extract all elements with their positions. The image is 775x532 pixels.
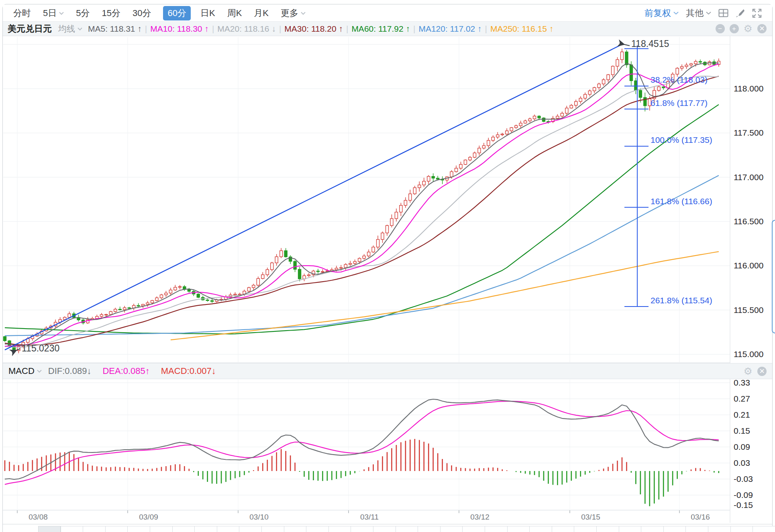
bottom-table-cell: [306, 526, 328, 532]
dif-value: DIF:0.089↓: [48, 366, 92, 376]
ma-legend-MA250[interactable]: MA250: 116.15 ↑: [490, 24, 553, 34]
close-icon[interactable]: ✕: [757, 24, 767, 33]
period-tab-5日[interactable]: 5日: [43, 6, 64, 20]
ma-line-MA20: [5, 76, 719, 347]
period-tab-月K[interactable]: 月K: [254, 6, 269, 20]
chevron-down-icon: [37, 370, 42, 373]
bottom-table-cell: [440, 526, 463, 532]
price-axis-label: 118.000: [734, 84, 763, 93]
ma-lines: [5, 63, 719, 347]
period-tab-15分[interactable]: 15分: [102, 6, 120, 20]
settings-gear-icon[interactable]: ⚙: [744, 24, 753, 34]
ma-legend-MA5[interactable]: MA5: 118.31 ↑: [88, 24, 142, 34]
date-axis-label: 03/10: [249, 513, 269, 522]
symbol-title: 美元兑日元: [8, 23, 52, 35]
date-axis-label: 03/11: [360, 513, 379, 522]
draw-brush-icon[interactable]: [736, 8, 745, 18]
bottom-table-cell: [150, 526, 172, 532]
ma-line-MA30: [5, 76, 719, 345]
bottom-table-cell: [83, 526, 105, 532]
ma-legend-MA20[interactable]: MA20: 118.16 ↓: [217, 24, 276, 34]
chevron-down-icon: [706, 11, 711, 15]
bottom-table-cell: [685, 526, 708, 532]
macd-indicator-select[interactable]: MACD: [8, 366, 42, 376]
zoom-out-icon[interactable]: −: [716, 24, 725, 33]
ma-legend-bar: 美元兑日元 均线 MA5: 118.31 ↑|MA10: 118.30 ↑|MA…: [3, 21, 772, 36]
ma-line-MA10: [5, 64, 719, 346]
macd-axis-label: -0.09: [734, 490, 753, 500]
bottom-table-cell: [105, 526, 128, 532]
date-axis-label: 03/15: [581, 513, 600, 522]
bottom-table-cell: [708, 526, 730, 532]
macd-axis-label: 0.21: [734, 410, 750, 419]
bottom-table-cell: [663, 526, 686, 532]
fib-label: 61.8% (117.77): [651, 98, 708, 108]
trendline-drawing[interactable]: [5, 45, 622, 350]
period-tab-分时[interactable]: 分时: [13, 6, 31, 20]
high-annotation: 118.4515: [631, 39, 669, 49]
ma-separator: |: [279, 24, 281, 34]
chevron-down-icon: [59, 12, 64, 15]
ma-legend-MA120[interactable]: MA120: 117.02 ↑: [418, 24, 481, 34]
fib-label: 100.0% (117.35): [651, 135, 712, 144]
macd-value: MACD:0.007↓: [161, 366, 216, 376]
bottom-table-cell: [552, 526, 574, 532]
low-annotation: 115.0230: [22, 343, 59, 353]
price-chart[interactable]: 38.2% (118.03)61.8% (117.77)100.0% (117.…: [0, 0, 775, 532]
price-axis-label: 115.000: [734, 349, 763, 359]
macd-close-icon[interactable]: ✕: [757, 367, 767, 376]
bottom-table-strip: [3, 524, 772, 532]
period-tab-30分[interactable]: 30分: [133, 6, 151, 20]
dea-line: [5, 401, 719, 484]
period-tab-更多[interactable]: 更多: [281, 6, 306, 20]
macd-axis-label: 0.27: [734, 394, 750, 403]
bottom-table-cell: [351, 526, 373, 532]
bottom-table-cell: [396, 526, 418, 532]
bottom-table-cell: [529, 526, 552, 532]
bottom-table-cell: [730, 526, 753, 532]
macd-axis-label: 0.03: [734, 458, 750, 467]
price-annotations: 118.4515115.0230: [12, 39, 669, 353]
ma-legend-MA60[interactable]: MA60: 117.92 ↑: [351, 24, 410, 34]
macd-axis-label: 0.33: [734, 378, 750, 387]
ma-line-MA5: [5, 63, 719, 346]
ma-legend-MA10[interactable]: MA10: 118.30 ↑: [150, 24, 209, 34]
layout-grid-icon[interactable]: [718, 9, 728, 17]
bottom-table-cell: [507, 526, 530, 532]
price-axis-label: 117.000: [734, 173, 763, 182]
ma-separator: |: [145, 24, 147, 34]
adjust-dropdown[interactable]: 前复权: [644, 7, 679, 19]
candlestick-layer[interactable]: [4, 49, 720, 353]
chevron-down-icon: [673, 11, 679, 15]
ma-toggle[interactable]: 均线: [58, 23, 82, 35]
chevron-down-icon: [301, 12, 306, 15]
macd-header: MACD DIF:0.089↓ DEA:0.085↑ MACD:0.007↓ ⚙…: [3, 363, 772, 379]
bottom-table-cell: [239, 526, 261, 532]
price-axis-label: 117.500: [734, 128, 763, 137]
macd-layer[interactable]: [5, 399, 719, 506]
fullscreen-icon[interactable]: [752, 8, 762, 18]
bottom-table-cell: [194, 526, 217, 532]
period-tab-周K[interactable]: 周K: [227, 6, 242, 20]
fib-label: 38.2% (118.03): [651, 75, 708, 84]
bottom-table-cell: [373, 526, 396, 532]
date-axis-label: 03/16: [691, 513, 710, 522]
other-label: 其他: [686, 7, 704, 19]
bottom-table-cell: [61, 526, 83, 532]
other-dropdown[interactable]: 其他: [686, 7, 711, 19]
bottom-table-cell: [753, 526, 775, 532]
period-tab-5分[interactable]: 5分: [76, 6, 90, 20]
period-toolbar: 分时5日5分15分30分60分日K周K月K更多 前复权 其他: [3, 5, 772, 21]
macd-axis-label: 0.09: [734, 442, 750, 451]
bottom-table-cell: [619, 526, 641, 532]
zoom-in-icon[interactable]: +: [730, 24, 739, 33]
macd-settings-gear-icon[interactable]: ⚙: [744, 366, 753, 376]
ma-legend-MA30[interactable]: MA30: 118.20 ↑: [284, 24, 343, 34]
macd-axis-label: -0.03: [734, 474, 753, 483]
period-tab-60分[interactable]: 60分: [163, 6, 190, 20]
date-axis-label: 03/12: [470, 513, 489, 522]
dea-value: DEA:0.085↑: [102, 366, 149, 376]
period-tab-日K[interactable]: 日K: [200, 6, 215, 20]
ma-separator: |: [485, 24, 487, 34]
gridlines: [3, 36, 730, 523]
